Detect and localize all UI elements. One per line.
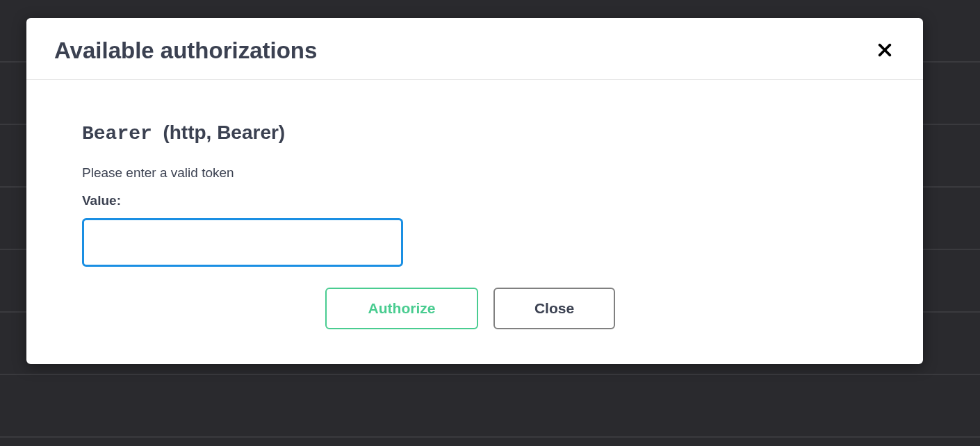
close-icon xyxy=(877,42,892,60)
auth-scheme-heading: Bearer (http, Bearer) xyxy=(82,122,867,144)
modal-title: Available authorizations xyxy=(54,38,317,64)
modal-body: Bearer (http, Bearer) Please enter a val… xyxy=(26,80,923,329)
auth-scheme-details: (http, Bearer) xyxy=(163,122,285,143)
authorization-modal: Available authorizations Bearer (http, B… xyxy=(26,18,923,364)
close-button[interactable]: Close xyxy=(493,288,615,329)
close-modal-button[interactable] xyxy=(874,40,895,63)
value-label: Value: xyxy=(82,193,867,208)
token-input[interactable] xyxy=(82,218,403,267)
button-row: Authorize Close xyxy=(325,288,867,329)
authorize-button[interactable]: Authorize xyxy=(325,288,478,329)
auth-scheme-name: Bearer xyxy=(82,123,152,144)
auth-description: Please enter a valid token xyxy=(82,165,867,181)
modal-header: Available authorizations xyxy=(26,18,923,80)
